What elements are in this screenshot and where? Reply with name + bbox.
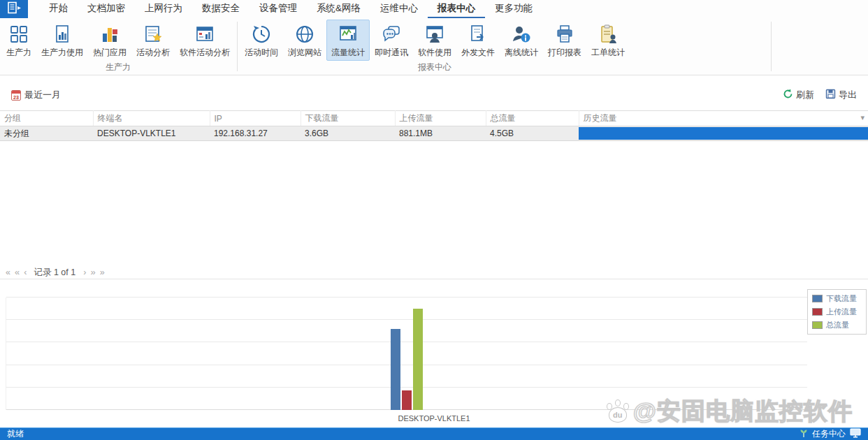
ribbon-button-browse-websites[interactable]: 浏览网站: [283, 20, 326, 61]
document-arrow-icon: [468, 22, 489, 46]
pager-first-button[interactable]: «: [6, 267, 10, 277]
legend-item-download: 下载流量: [812, 293, 862, 304]
task-center-label: 任务中心: [812, 428, 846, 440]
pager-next-page-button[interactable]: ››: [90, 267, 94, 277]
ribbon-group-label: 生产力: [1, 61, 235, 76]
column-header-upload[interactable]: 上传流量: [395, 111, 486, 126]
ribbon-button-print-report[interactable]: 打印报表: [543, 20, 586, 61]
ribbon-button-label: 生产力使用: [41, 47, 83, 59]
tab-data-security[interactable]: 数据安全: [192, 0, 249, 18]
app-menu-icon: [6, 1, 22, 17]
export-label: 导出: [839, 89, 857, 101]
column-header-terminal[interactable]: 终端名: [93, 111, 210, 126]
cell-terminal: DESKTOP-VLKTLE1: [93, 126, 210, 141]
ribbon-button-label: 流量统计: [331, 47, 365, 59]
tab-device-management[interactable]: 设备管理: [249, 0, 307, 18]
window-user-icon: [424, 22, 445, 46]
column-header-download[interactable]: 下载流量: [301, 111, 395, 126]
status-ready-label: 就绪: [7, 428, 24, 440]
ribbon-button-label: 浏览网站: [288, 47, 321, 59]
legend-item-upload: 上传流量: [812, 307, 862, 317]
ribbon-button-software-usage[interactable]: 软件使用: [413, 20, 456, 61]
ribbon-button-hot-apps[interactable]: 热门应用: [88, 20, 131, 61]
ribbon-button-offline-stats[interactable]: 离线统计: [500, 20, 543, 61]
pager-last-button[interactable]: »: [100, 267, 104, 277]
legend-swatch-total: [812, 321, 823, 329]
column-dropdown-caret-icon[interactable]: ▾: [860, 113, 865, 122]
clock-history-icon: [251, 22, 272, 46]
tab-doc-encryption[interactable]: 文档加密: [78, 0, 135, 18]
ribbon-separator: [237, 22, 238, 71]
tab-internet-behavior[interactable]: 上网行为: [135, 0, 192, 18]
ribbon-button-label: 打印报表: [548, 47, 581, 59]
ribbon-button-label: 即时通讯: [375, 47, 408, 59]
column-header-total[interactable]: 总流量: [486, 111, 579, 126]
ribbon-button-productivity[interactable]: 生产力: [1, 20, 36, 61]
menu-tabs: 开始 文档加密 上网行为 数据安全 设备管理 系统&网络 运维中心 报表中心 更…: [39, 0, 542, 18]
history-bar: [579, 127, 868, 140]
ribbon-button-label: 离线统计: [505, 47, 538, 59]
report-toolbar: 23 最近一月 刷新 导出: [0, 81, 868, 109]
window-chart-icon: [194, 22, 215, 46]
cell-download: 3.6GB: [301, 126, 395, 141]
cell-ip: 192.168.31.27: [210, 126, 301, 141]
ribbon-button-label: 软件活动分析: [180, 47, 230, 59]
column-header-history[interactable]: 历史流量 ▾: [579, 111, 868, 126]
ribbon: 生产力 生产力使用 热门应用 活动分析 软件活动分析: [0, 18, 868, 75]
tab-more-features[interactable]: 更多功能: [485, 0, 542, 18]
status-bar: 就绪 任务中心: [0, 427, 868, 440]
column-header-group[interactable]: 分组: [0, 111, 93, 126]
task-center-button[interactable]: 任务中心: [812, 428, 846, 440]
export-icon: [825, 89, 836, 101]
pager-next-button[interactable]: ›: [83, 267, 85, 277]
date-range-label: 最近一月: [24, 89, 61, 101]
bar-chart-icon: [99, 22, 120, 46]
traffic-table: 分组 终端名 IP 下载流量 上传流量 总流量 历史流量 ▾ 未分组 DESKT…: [0, 110, 868, 141]
tab-ops-center[interactable]: 运维中心: [370, 0, 428, 18]
table-row[interactable]: 未分组 DESKTOP-VLKTLE1 192.168.31.27 3.6GB …: [0, 126, 868, 141]
ribbon-group-report-center: 活动时间 浏览网站 流量统计 即时通讯 软件使用: [240, 18, 630, 75]
ribbon-group-label: 报表中心: [240, 61, 630, 76]
cell-upload: 881.1MB: [395, 126, 486, 141]
cell-group: 未分组: [0, 126, 93, 141]
ribbon-button-productivity-usage[interactable]: 生产力使用: [36, 20, 88, 61]
ribbon-button-activity-analysis[interactable]: 活动分析: [131, 20, 175, 61]
tab-system-network[interactable]: 系统&网络: [307, 0, 370, 18]
ribbon-button-label: 软件使用: [418, 47, 451, 59]
ribbon-button-work-order-stats[interactable]: 工单统计: [586, 20, 630, 61]
ribbon-group-productivity: 生产力 生产力使用 热门应用 活动分析 软件活动分析: [1, 18, 235, 75]
refresh-button[interactable]: 刷新: [783, 89, 814, 101]
refresh-icon: [783, 89, 793, 101]
ribbon-button-software-activity-analysis[interactable]: 软件活动分析: [175, 20, 235, 61]
ribbon-button-label: 热门应用: [93, 47, 126, 59]
tab-start[interactable]: 开始: [39, 0, 78, 18]
ribbon-button-traffic-stats[interactable]: 流量统计: [326, 20, 370, 61]
pager-prev-page-button[interactable]: ‹‹: [15, 267, 19, 277]
ribbon-separator: [771, 22, 772, 71]
printer-icon: [554, 22, 575, 46]
tab-report-center[interactable]: 报表中心: [428, 0, 485, 18]
ribbon-button-label: 活动分析: [136, 47, 170, 59]
chart-plot: [6, 298, 807, 410]
ribbon-button-outgoing-files[interactable]: 外发文件: [456, 20, 500, 61]
table-header-row: 分组 终端名 IP 下载流量 上传流量 总流量 历史流量 ▾: [0, 111, 868, 126]
column-header-ip[interactable]: IP: [210, 111, 301, 126]
ribbon-button-instant-messaging[interactable]: 即时通讯: [370, 20, 413, 61]
document-chart-icon: [52, 22, 73, 46]
pager-prev-button[interactable]: ‹: [24, 267, 26, 277]
grid-icon: [8, 22, 29, 46]
monitor-icon[interactable]: [850, 428, 861, 440]
app-menu-button[interactable]: [0, 0, 28, 18]
pager-record-label: 记录 1 of 1: [34, 267, 75, 279]
date-range-filter[interactable]: 23 最近一月: [11, 89, 61, 101]
ribbon-button-label: 活动时间: [245, 47, 278, 59]
export-button[interactable]: 导出: [825, 89, 857, 101]
legend-swatch-download: [812, 295, 823, 302]
ribbon-button-activity-time[interactable]: 活动时间: [240, 20, 283, 61]
record-pager: « ‹‹ ‹ 记录 1 of 1 › ›› »: [0, 266, 868, 279]
calendar-icon: 23: [11, 90, 21, 101]
app-window: 开始 文档加密 上网行为 数据安全 设备管理 系统&网络 运维中心 报表中心 更…: [0, 0, 868, 440]
x-axis-category-label: DESKTOP-VLKTLE1: [398, 414, 470, 423]
ribbon-button-label: 外发文件: [461, 47, 495, 59]
bar-group: [391, 309, 423, 410]
